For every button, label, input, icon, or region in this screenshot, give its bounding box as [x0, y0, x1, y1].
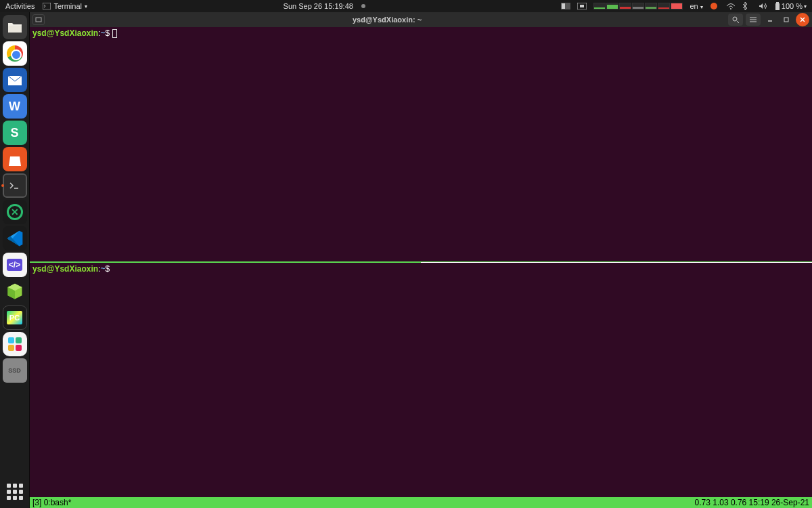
svg-rect-7: [775, 3, 780, 10]
remote-desktop-launcher[interactable]: ✕: [3, 200, 27, 224]
chrome-launcher[interactable]: [3, 41, 27, 66]
slack-launcher[interactable]: [3, 332, 27, 356]
language-label: en: [690, 2, 698, 10]
svg-point-6: [730, 8, 731, 9]
svg-point-5: [710, 3, 717, 9]
slack-icon: [8, 337, 22, 351]
close-button[interactable]: [796, 13, 809, 26]
vscode-launcher[interactable]: [3, 226, 27, 251]
shopping-bag-icon: [7, 152, 22, 166]
search-button[interactable]: [728, 14, 743, 26]
chrome-icon: [7, 45, 23, 62]
close-icon: [799, 16, 806, 23]
wps-icon-label: W: [9, 100, 20, 114]
prompt-user: ysd@YsdXiaoxin: [32, 28, 98, 38]
wps-writer-launcher[interactable]: W: [3, 94, 27, 119]
show-applications-button[interactable]: [3, 480, 27, 504]
dock: W S ✕ </> PC SSD: [0, 12, 30, 508]
minimize-button[interactable]: [763, 13, 777, 26]
svg-rect-18: [784, 18, 788, 22]
pycharm-icon-label: PC: [7, 311, 22, 324]
hamburger-icon: [749, 16, 757, 23]
screenshot-icon[interactable]: [577, 3, 587, 9]
mail-launcher[interactable]: [3, 68, 27, 92]
active-app-marker-icon: [1, 184, 4, 187]
envelope-icon: [7, 73, 23, 87]
wifi-icon[interactable]: [726, 3, 736, 9]
remote-x-icon: ✕: [7, 204, 23, 220]
maximize-icon: [783, 16, 790, 23]
svg-line-13: [737, 21, 739, 23]
terminal-launcher[interactable]: [3, 173, 27, 198]
wps-sheets-launcher[interactable]: S: [3, 121, 27, 145]
prompt-path: ~: [100, 28, 105, 38]
app-menu[interactable]: Terminal ▾: [43, 2, 87, 10]
tmux-right-status: 0.73 1.03 0.76 15:19 26-Sep-21: [695, 498, 809, 507]
prompt-dollar: $: [105, 28, 110, 38]
battery-icon: [775, 2, 780, 10]
code-editor-launcher[interactable]: </>: [3, 253, 27, 277]
language-indicator[interactable]: en ▾: [690, 2, 702, 10]
prompt-user: ysd@YsdXiaoxin: [32, 264, 98, 274]
top-bar: Activities Terminal ▾ Sun Sep 26 15:19:4…: [0, 0, 812, 12]
chevron-down-icon: ▾: [700, 4, 703, 10]
terminal-pane-top[interactable]: ysd@YsdXiaoxin:~$: [30, 27, 812, 262]
battery-indicator[interactable]: 100 % ▾: [775, 2, 807, 10]
tmux-left-status: [3] 0:bash*: [32, 498, 695, 507]
app-menu-label: Terminal: [53, 2, 82, 10]
notification-dot-icon: [361, 4, 365, 8]
volume-icon[interactable]: [759, 3, 768, 9]
sheets-icon-label: S: [10, 126, 18, 140]
tmux-status-bar[interactable]: [3] 0:bash* 0.73 1.03 0.76 15:19 26-Sep-…: [30, 497, 812, 508]
text-cursor: [112, 29, 117, 38]
maximize-button[interactable]: [780, 13, 793, 26]
chevron-down-icon: ▾: [85, 3, 87, 9]
folder-icon: [7, 21, 22, 33]
chevron-down-icon: ▾: [804, 3, 807, 9]
prompt-dollar: $: [105, 264, 110, 274]
ubuntu-icon[interactable]: [710, 2, 719, 10]
pycharm-launcher[interactable]: PC: [3, 305, 27, 330]
search-icon: [731, 16, 740, 24]
bluetooth-icon[interactable]: [742, 2, 752, 10]
window-title: ysd@YsdXiaoxin: ~: [49, 16, 725, 24]
tab-icon: [35, 16, 42, 23]
svg-rect-4: [580, 5, 584, 7]
window-titlebar[interactable]: ysd@YsdXiaoxin: ~: [30, 12, 812, 27]
software-store-launcher[interactable]: [3, 147, 27, 171]
svg-rect-0: [43, 3, 51, 9]
ssd-drive-launcher[interactable]: SSD: [3, 358, 27, 383]
svg-rect-9: [8, 26, 22, 33]
cube-icon: [5, 282, 24, 301]
minimize-icon: [767, 16, 773, 23]
svg-point-12: [733, 17, 737, 21]
battery-label: 100 %: [782, 2, 803, 10]
new-tab-button[interactable]: [32, 14, 45, 25]
hamburger-menu-button[interactable]: [746, 14, 761, 26]
svg-rect-8: [776, 2, 779, 3]
files-launcher[interactable]: [3, 15, 27, 39]
svg-rect-2: [562, 3, 565, 9]
terminal-pane-bottom[interactable]: ysd@YsdXiaoxin:~$: [30, 263, 812, 497]
workspace-indicator-icon[interactable]: [561, 3, 570, 9]
terminal-window: ysd@YsdXiaoxin: ~ ysd@YsdXiaoxin:~$: [30, 12, 812, 508]
code-icon-label: </>: [7, 259, 22, 271]
terminal-app-icon: [43, 3, 51, 9]
prompt-path: ~: [100, 264, 105, 274]
vscode-icon: [6, 230, 24, 247]
terminal-icon: [8, 181, 22, 190]
clock[interactable]: Sun Sep 26 15:19:48: [284, 2, 353, 10]
cube-app-launcher[interactable]: [3, 279, 27, 303]
system-monitor-graph[interactable]: [593, 3, 683, 9]
activities-button[interactable]: Activities: [5, 2, 35, 10]
ssd-icon-label: SSD: [8, 367, 21, 374]
svg-rect-11: [36, 18, 41, 22]
